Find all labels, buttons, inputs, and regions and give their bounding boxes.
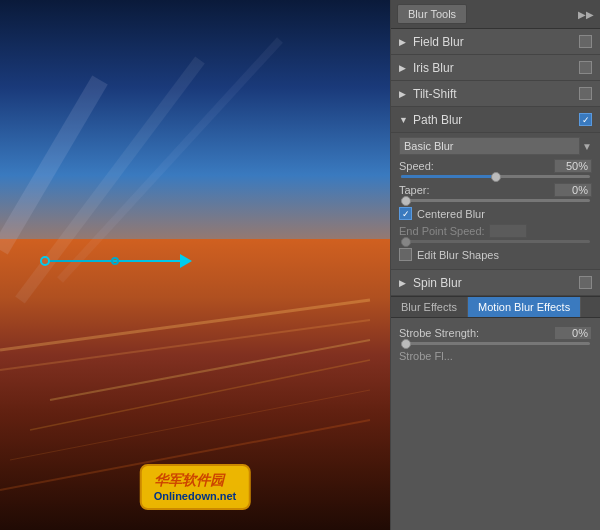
iris-blur-checkbox[interactable] xyxy=(579,61,592,74)
field-blur-checkbox[interactable] xyxy=(579,35,592,48)
taper-label: Taper: xyxy=(399,184,444,196)
tilt-shift-label: Tilt-Shift xyxy=(413,87,579,101)
iris-blur-label: Iris Blur xyxy=(413,61,579,75)
dropdown-icon: ▼ xyxy=(582,141,592,152)
strobe-flashes-row: Strobe Fl... xyxy=(399,350,592,362)
image-canvas[interactable]: 华军软件园 Onlinedown.net xyxy=(0,0,390,530)
strobe-strength-value[interactable] xyxy=(554,326,592,340)
end-point-slider-thumb xyxy=(401,237,411,247)
field-blur-row[interactable]: ▶ Field Blur xyxy=(391,29,600,55)
taper-slider-thumb[interactable] xyxy=(401,196,411,206)
end-point-speed-value xyxy=(489,224,527,238)
strobe-strength-slider-row xyxy=(399,342,592,345)
spin-blur-arrow: ▶ xyxy=(399,278,409,288)
speed-slider-fill xyxy=(401,175,496,178)
taper-value[interactable] xyxy=(554,183,592,197)
path-mid-dot[interactable] xyxy=(111,257,119,265)
end-point-slider-track xyxy=(401,240,590,243)
motion-blur-effects-content: Strobe Strength: Strobe Fl... xyxy=(391,318,600,368)
speed-slider-row xyxy=(399,175,592,178)
effects-tabs: Blur Effects Motion Blur Effects xyxy=(391,296,600,318)
blur-effects-tab[interactable]: Blur Effects xyxy=(391,297,468,317)
blur-type-select[interactable]: Basic Blur xyxy=(399,137,580,155)
path-blur-content: Basic Blur ▼ Speed: Taper: xyxy=(391,133,600,270)
blur-type-dropdown-row: Basic Blur ▼ xyxy=(399,137,592,155)
path-blur-row[interactable]: ▼ Path Blur ✓ xyxy=(391,107,600,133)
path-blur-arrow: ▼ xyxy=(399,115,409,125)
centered-blur-row[interactable]: ✓ Centered Blur xyxy=(399,207,592,220)
taper-slider-track[interactable] xyxy=(401,199,590,202)
motion-blur-effects-tab[interactable]: Motion Blur Effects xyxy=(468,297,581,317)
edit-blur-shapes-checkbox[interactable] xyxy=(399,248,412,261)
iris-blur-arrow: ▶ xyxy=(399,63,409,73)
watermark-line1: 华军软件园 xyxy=(154,472,237,490)
panel-collapse-arrow[interactable]: ▶▶ xyxy=(578,9,594,20)
path-blur-label: Path Blur xyxy=(413,113,579,127)
watermark: 华军软件园 Onlinedown.net xyxy=(140,464,251,510)
path-blur-checkbox[interactable]: ✓ xyxy=(579,113,592,126)
taper-slider-row xyxy=(399,199,592,202)
field-blur-label: Field Blur xyxy=(413,35,579,49)
tilt-shift-row[interactable]: ▶ Tilt-Shift xyxy=(391,81,600,107)
watermark-line2: Onlinedown.net xyxy=(154,490,237,502)
field-blur-arrow: ▶ xyxy=(399,37,409,47)
strobe-strength-thumb[interactable] xyxy=(401,339,411,349)
speed-param-row: Speed: xyxy=(399,159,592,173)
taper-param-row: Taper: xyxy=(399,183,592,197)
end-point-slider-row xyxy=(399,240,592,243)
path-line xyxy=(50,260,180,262)
strobe-strength-slider-track[interactable] xyxy=(401,342,590,345)
tilt-shift-checkbox[interactable] xyxy=(579,87,592,100)
blur-path-control[interactable] xyxy=(40,254,192,268)
blur-tools-panel: Blur Tools ▶▶ ▶ Field Blur ▶ Iris Blur ▶… xyxy=(390,0,600,530)
strobe-strength-label: Strobe Strength: xyxy=(399,327,554,339)
tilt-shift-arrow: ▶ xyxy=(399,89,409,99)
edit-blur-shapes-label: Edit Blur Shapes xyxy=(417,249,499,261)
panel-body: ▶ Field Blur ▶ Iris Blur ▶ Tilt-Shift ▼ … xyxy=(391,29,600,530)
speed-label: Speed: xyxy=(399,160,444,172)
end-point-speed-label: End Point Speed: xyxy=(399,225,489,237)
path-start-dot[interactable] xyxy=(40,256,50,266)
centered-blur-label: Centered Blur xyxy=(417,208,485,220)
strobe-strength-row: Strobe Strength: xyxy=(399,326,592,340)
speed-slider-thumb[interactable] xyxy=(491,172,501,182)
path-end-arrow[interactable] xyxy=(180,254,192,268)
spin-blur-row[interactable]: ▶ Spin Blur xyxy=(391,270,600,296)
speed-slider-track[interactable] xyxy=(401,175,590,178)
iris-blur-row[interactable]: ▶ Iris Blur xyxy=(391,55,600,81)
edit-blur-shapes-row[interactable]: Edit Blur Shapes xyxy=(399,248,592,261)
speed-value[interactable] xyxy=(554,159,592,173)
centered-blur-checkbox[interactable]: ✓ xyxy=(399,207,412,220)
blur-tools-tab[interactable]: Blur Tools xyxy=(397,4,467,24)
spin-blur-label: Spin Blur xyxy=(413,276,579,290)
strobe-flashes-label: Strobe Fl... xyxy=(399,350,592,362)
spin-blur-checkbox[interactable] xyxy=(579,276,592,289)
panel-header: Blur Tools ▶▶ xyxy=(391,0,600,29)
end-point-speed-row: End Point Speed: xyxy=(399,224,592,238)
